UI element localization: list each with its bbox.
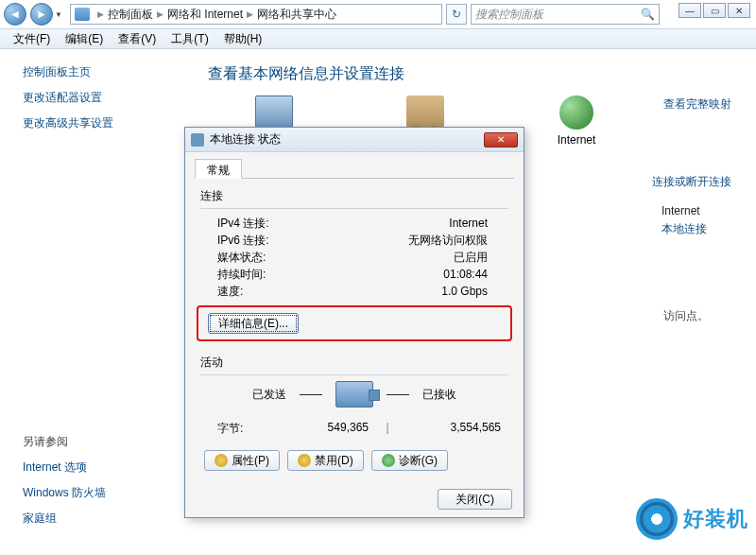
shield-icon	[298, 454, 311, 467]
dialog-close-button[interactable]: ✕	[484, 132, 518, 147]
panel-text-internet: Internet	[662, 204, 700, 217]
ipv6-value: 无网络访问权限	[304, 232, 508, 249]
details-button[interactable]: 详细信息(E)...	[208, 313, 299, 334]
sidebar-link-sharing[interactable]: 更改高级共享设置	[23, 115, 180, 131]
duration-label: 持续时间:	[200, 266, 304, 283]
control-panel-icon	[75, 8, 90, 21]
diagnose-icon	[382, 454, 395, 467]
nav-forward-button[interactable]: ►	[30, 3, 53, 26]
speed-label: 速度:	[200, 283, 304, 300]
dialog-title-text: 本地连接 状态	[210, 131, 281, 147]
breadcrumb-seg[interactable]: 网络和 Internet	[167, 7, 243, 23]
sidebar: 控制面板主页 更改适配器设置 更改高级共享设置 另请参阅 Internet 选项…	[0, 51, 189, 555]
refresh-button[interactable]: ↻	[446, 4, 467, 25]
node-internet: Internet	[520, 95, 633, 147]
breadcrumb-seg[interactable]: 网络和共享中心	[257, 7, 336, 23]
menu-help[interactable]: 帮助(H)	[216, 31, 270, 47]
search-placeholder: 搜索控制面板	[475, 7, 543, 23]
sidebar-home-link[interactable]: 控制面板主页	[23, 64, 180, 80]
node-internet-label: Internet	[520, 133, 633, 147]
sent-label: 已发送	[252, 387, 286, 403]
link-local-connection[interactable]: 本地连接	[662, 221, 707, 237]
ipv6-label: IPv6 连接:	[200, 232, 304, 249]
search-input[interactable]: 搜索控制面板 🔍	[471, 4, 660, 25]
local-connection-status-dialog: 本地连接 状态 ✕ 常规 连接 IPv4 连接:Internet IPv6 连接…	[184, 127, 524, 518]
diagnose-button[interactable]: 诊断(G)	[371, 450, 448, 471]
sidebar-link-homegroup[interactable]: 家庭组	[23, 511, 106, 527]
bytes-separator: |	[369, 421, 406, 437]
tab-general[interactable]: 常规	[195, 159, 242, 179]
properties-button[interactable]: 属性(P)	[204, 450, 280, 471]
menu-file[interactable]: 文件(F)	[6, 31, 58, 47]
menu-view[interactable]: 查看(V)	[111, 31, 163, 47]
maximize-button[interactable]: ▭	[703, 3, 726, 18]
watermark-text: 好装机	[683, 505, 748, 533]
sidebar-link-firewall[interactable]: Windows 防火墙	[23, 485, 106, 501]
ipv4-label: IPv4 连接:	[200, 215, 304, 232]
media-state-label: 媒体状态:	[200, 249, 304, 266]
address-bar: ◄ ► ▼ ▶ 控制面板 ▶ 网络和 Internet ▶ 网络和共享中心 ↻ …	[2, 2, 660, 26]
chevron-right-icon: ▶	[153, 9, 167, 19]
minimize-button[interactable]: —	[679, 3, 701, 18]
breadcrumb[interactable]: ▶ 控制面板 ▶ 网络和 Internet ▶ 网络和共享中心	[70, 4, 442, 25]
link-view-full-map[interactable]: 查看完整映射	[663, 96, 731, 113]
nic-icon	[191, 133, 204, 147]
ipv4-value: Internet	[304, 215, 508, 232]
dash-icon: ——	[300, 388, 322, 401]
bytes-received-value: 3,554,565	[406, 421, 501, 437]
duration-value: 01:08:44	[304, 266, 508, 283]
sidebar-link-inetopts[interactable]: Internet 选项	[23, 460, 106, 476]
nav-history-dropdown[interactable]: ▼	[55, 10, 66, 19]
chevron-right-icon: ▶	[94, 9, 108, 19]
dialog-titlebar[interactable]: 本地连接 状态 ✕	[185, 128, 524, 152]
menu-bar: 文件(F) 编辑(E) 查看(V) 工具(T) 帮助(H)	[0, 28, 756, 49]
watermark: 好装机	[636, 498, 748, 540]
sidebar-see-also-header: 另请参阅	[23, 434, 106, 450]
breadcrumb-seg[interactable]: 控制面板	[108, 7, 153, 23]
window-close-button[interactable]: ✕	[728, 3, 750, 18]
globe-icon	[559, 95, 593, 130]
disable-button[interactable]: 禁用(D)	[287, 450, 364, 471]
group-connection-header: 连接	[200, 188, 508, 204]
link-connect-disconnect[interactable]: 连接或断开连接	[652, 174, 731, 190]
sidebar-link-adapter[interactable]: 更改适配器设置	[23, 90, 180, 106]
media-state-value: 已启用	[304, 249, 508, 266]
menu-tools[interactable]: 工具(T)	[163, 31, 215, 47]
chevron-right-icon: ▶	[243, 9, 257, 19]
page-title: 查看基本网络信息并设置连接	[208, 64, 737, 84]
shield-icon	[215, 454, 228, 467]
annotation-highlight: 详细信息(E)...	[197, 305, 512, 341]
menu-edit[interactable]: 编辑(E)	[58, 31, 111, 47]
dash-icon: ——	[387, 388, 409, 401]
nav-back-button[interactable]: ◄	[4, 3, 26, 26]
received-label: 已接收	[422, 387, 456, 403]
bytes-label: 字节:	[200, 421, 274, 437]
computer-icon	[255, 95, 293, 128]
search-icon: 🔍	[641, 8, 655, 21]
eye-logo-icon	[636, 498, 678, 540]
bench-network-icon	[406, 95, 444, 128]
dialog-tabs: 常规	[195, 158, 514, 179]
bytes-sent-value: 549,365	[274, 421, 369, 437]
speed-value: 1.0 Gbps	[304, 283, 508, 300]
activity-computers-icon	[335, 381, 373, 408]
close-button[interactable]: 关闭(C)	[438, 489, 512, 510]
panel-text-access: 访问点。	[663, 308, 709, 324]
group-activity-header: 活动	[200, 355, 508, 371]
